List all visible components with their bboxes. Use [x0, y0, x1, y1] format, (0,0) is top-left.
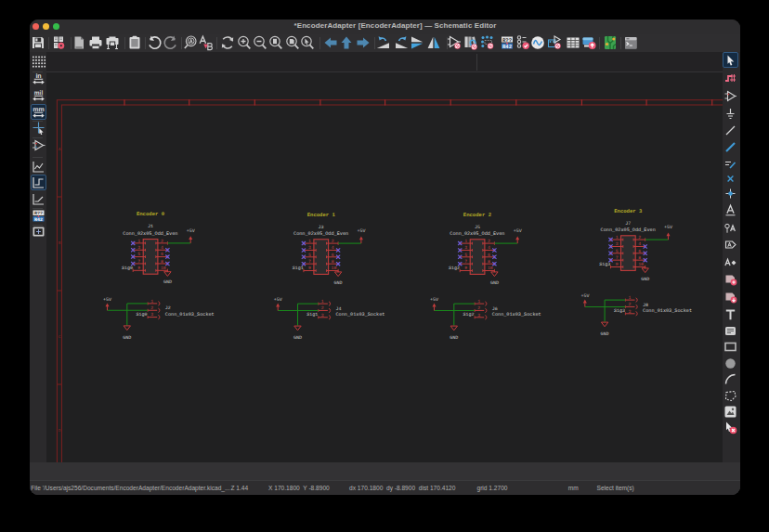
- svg-text:J1: J1: [148, 224, 153, 229]
- svg-text:Encoder 2: Encoder 2: [463, 212, 492, 218]
- svg-text:D: D: [59, 429, 61, 434]
- svg-text:J5: J5: [475, 225, 480, 230]
- svg-text:Sig1: Sig1: [293, 266, 304, 271]
- svg-text:mil: mil: [33, 89, 43, 96]
- svg-text:Encoder 3: Encoder 3: [614, 208, 643, 214]
- svg-text:J4: J4: [336, 306, 342, 312]
- svg-text:mm: mm: [33, 106, 44, 112]
- svg-text:J3: J3: [319, 225, 324, 230]
- svg-text:R42: R42: [33, 216, 42, 222]
- svg-text:A: A: [59, 148, 61, 152]
- svg-text:Sig3: Sig3: [614, 308, 625, 314]
- svg-text:B: B: [59, 241, 61, 246]
- svg-text:J6: J6: [492, 306, 498, 312]
- svg-text:Sig3: Sig3: [599, 262, 610, 267]
- svg-text:Encoder 0: Encoder 0: [137, 211, 165, 217]
- svg-text:J7: J7: [625, 221, 631, 227]
- svg-text:in: in: [35, 72, 41, 80]
- svg-text:Sig0: Sig0: [137, 312, 148, 318]
- svg-text:C: C: [59, 334, 61, 340]
- svg-text:Sig2: Sig2: [463, 312, 475, 318]
- svg-text:Sig1: Sig1: [306, 312, 318, 318]
- svg-text:Sig0: Sig0: [122, 266, 133, 271]
- svg-text:Sig2: Sig2: [449, 266, 460, 271]
- svg-text:J2: J2: [165, 305, 171, 311]
- svg-text:R??: R??: [502, 37, 513, 44]
- svg-text:Encoder 1: Encoder 1: [307, 212, 336, 218]
- svg-text:J8: J8: [643, 303, 648, 308]
- svg-text:R42: R42: [502, 44, 513, 50]
